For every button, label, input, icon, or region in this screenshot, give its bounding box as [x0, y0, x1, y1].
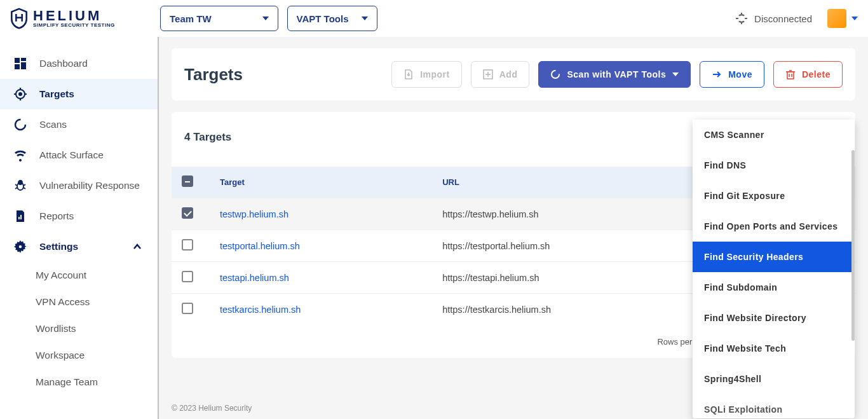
tools-selector[interactable]: VAPT Tools	[287, 6, 377, 31]
sidebar-item-label: Vulnerability Response	[39, 180, 140, 191]
delete-button[interactable]: Delete	[773, 61, 843, 88]
sidebar-item-label: Attack Surface	[39, 149, 104, 161]
logo-text: HELIUM SIMPLIFY SECURITY TESTING	[33, 9, 115, 28]
button-label: Delete	[802, 69, 831, 79]
chevron-down-icon	[362, 17, 368, 20]
svg-rect-6	[15, 64, 20, 69]
scan-menu-item[interactable]: Find DNS	[693, 150, 855, 181]
svg-point-16	[18, 181, 22, 184]
sidebar-item-label: Reports	[39, 210, 74, 222]
sidebar-sub-my-account[interactable]: My Account	[0, 262, 158, 289]
scan-icon	[550, 69, 560, 79]
select-all-checkbox[interactable]	[182, 175, 193, 187]
svg-rect-2	[736, 18, 738, 19]
top-bar: HELIUM SIMPLIFY SECURITY TESTING Team TW…	[0, 0, 868, 37]
target-url: https://testportal.helium.sh	[432, 230, 715, 262]
import-icon	[403, 69, 414, 79]
target-url: https://testkarcis.helium.sh	[432, 294, 715, 326]
target-link[interactable]: testwp.helium.sh	[220, 209, 288, 219]
svg-rect-29	[787, 72, 794, 79]
svg-point-27	[552, 71, 559, 78]
connection-status: Disconnected	[735, 12, 812, 25]
svg-point-23	[19, 245, 22, 249]
col-url[interactable]: URL	[432, 167, 715, 198]
button-label: Move	[728, 69, 752, 79]
chevron-down-icon	[672, 72, 679, 76]
bug-icon	[14, 179, 27, 192]
sidebar-item-dashboard[interactable]: Dashboard	[0, 48, 158, 79]
sidebar: Dashboard Targets Scans Attack Surface V…	[0, 37, 159, 419]
report-icon	[14, 210, 27, 223]
scan-icon	[14, 118, 27, 131]
chevron-down-icon	[262, 17, 269, 20]
target-link[interactable]: testportal.helium.sh	[220, 241, 300, 251]
target-icon	[14, 88, 27, 100]
scan-menu-item[interactable]: CMS Scanner	[693, 120, 855, 150]
logo-sub: SIMPLIFY SECURITY TESTING	[33, 23, 115, 28]
row-checkbox[interactable]	[182, 239, 193, 251]
scan-menu-item[interactable]: Find Website Tech	[693, 333, 855, 364]
logo-shield-icon	[10, 8, 28, 29]
scan-menu-item[interactable]: Find Open Ports and Services	[693, 211, 855, 242]
col-target[interactable]: Target	[210, 167, 432, 198]
svg-rect-5	[21, 58, 26, 61]
svg-rect-4	[15, 58, 20, 63]
logo-main: HELIUM	[33, 9, 115, 23]
page-title: Targets	[184, 65, 243, 85]
row-checkbox[interactable]	[182, 207, 193, 219]
target-url: https://testapi.helium.sh	[432, 262, 715, 294]
sidebar-item-targets[interactable]: Targets	[0, 79, 158, 109]
target-link[interactable]: testkarcis.helium.sh	[220, 305, 301, 315]
scan-menu-item[interactable]: Find Security Headers	[693, 242, 855, 272]
sidebar-item-scans[interactable]: Scans	[0, 109, 158, 140]
team-selector[interactable]: Team TW	[160, 6, 278, 31]
button-label: Import	[420, 69, 450, 79]
sidebar-item-label: Settings	[39, 241, 78, 252]
import-button[interactable]: Import	[391, 61, 462, 88]
sidebar-item-reports[interactable]: Reports	[0, 201, 158, 231]
sidebar-item-label: Targets	[39, 88, 74, 100]
svg-rect-7	[21, 62, 26, 69]
target-link[interactable]: testapi.helium.sh	[220, 273, 289, 283]
scan-menu-item[interactable]: SQLi Exploitation	[693, 394, 855, 418]
tools-selector-label: VAPT Tools	[297, 13, 349, 24]
sidebar-item-settings[interactable]: Settings	[0, 231, 158, 262]
sidebar-item-label: Scans	[39, 119, 67, 130]
sidebar-sub-manage-team[interactable]: Manage Team	[0, 369, 158, 395]
button-label: Add	[499, 69, 518, 79]
svg-rect-22	[20, 215, 22, 219]
chevron-up-icon	[131, 240, 144, 253]
avatar[interactable]	[827, 9, 846, 28]
svg-line-20	[24, 188, 25, 189]
scan-menu-item[interactable]: Spring4Shell	[693, 364, 855, 394]
scan-menu-item[interactable]: Find Website Directory	[693, 303, 855, 333]
svg-point-9	[19, 93, 22, 95]
sidebar-sub-workspace[interactable]: Workspace	[0, 342, 158, 369]
gear-icon	[14, 240, 27, 253]
add-icon	[483, 69, 493, 79]
add-button[interactable]: Add	[471, 61, 530, 88]
dashboard-icon	[14, 57, 27, 70]
row-checkbox[interactable]	[182, 303, 193, 314]
sidebar-item-attack-surface[interactable]: Attack Surface	[0, 140, 158, 170]
globe-icon	[735, 12, 748, 25]
scan-menu-item[interactable]: Find Subdomain	[693, 272, 855, 303]
arrow-right-icon	[712, 69, 722, 79]
team-selector-label: Team TW	[170, 13, 212, 24]
wifi-icon	[14, 149, 27, 161]
trash-icon	[785, 69, 796, 79]
scan-with-vapt-button[interactable]: Scan with VAPT Tools	[538, 61, 691, 88]
sidebar-sub-wordlists[interactable]: Wordlists	[0, 315, 158, 342]
target-url: https://testwp.helium.sh	[432, 198, 715, 230]
row-checkbox[interactable]	[182, 271, 193, 282]
svg-rect-3	[745, 18, 747, 19]
user-menu-chevron-icon[interactable]	[851, 17, 858, 20]
sidebar-item-vulnerability-response[interactable]: Vulnerability Response	[0, 170, 158, 201]
sidebar-item-label: Dashboard	[39, 58, 88, 69]
toolbar: Import Add Scan with VAPT Tools Move	[391, 61, 843, 88]
page-header: Targets Import Add Scan with VAPT Tools	[172, 48, 855, 100]
sidebar-sub-vpn-access[interactable]: VPN Access	[0, 289, 158, 315]
move-button[interactable]: Move	[700, 61, 764, 88]
scan-menu-item[interactable]: Find Git Exposure	[693, 181, 855, 211]
logo[interactable]: HELIUM SIMPLIFY SECURITY TESTING	[10, 8, 160, 29]
